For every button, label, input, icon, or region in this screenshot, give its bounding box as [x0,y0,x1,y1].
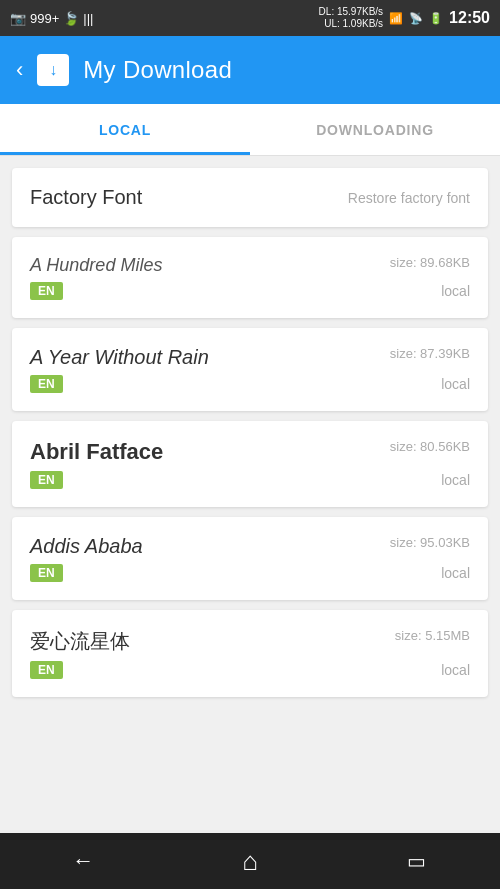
font-card-top-3: Addis Ababa size: 95.03KB [30,535,470,558]
font-name-3: Addis Ababa [30,535,143,558]
font-card-bottom-2: EN local [30,471,470,489]
ul-stat: UL: 1.09KB/s [324,18,383,30]
network-stats: DL: 15.97KB/s UL: 1.09KB/s [319,6,383,30]
font-size-1: size: 87.39KB [390,346,470,361]
nav-home-icon: ⌂ [242,846,258,877]
font-size-4: size: 5.15MB [395,628,470,643]
font-status-2: local [441,472,470,488]
app-icon: ↓ [37,54,69,86]
nav-recents-button[interactable]: ▭ [387,841,447,881]
signal-icon: 999+ [30,11,59,26]
download-icon: ↓ [49,61,57,79]
en-badge-1: EN [30,375,63,393]
font-card-1[interactable]: A Year Without Rain size: 87.39KB EN loc… [12,328,488,411]
wifi-icon: 📶 [389,12,403,25]
status-bar-left: 📷 999+ 🍃 ||| [10,11,93,26]
en-badge-0: EN [30,282,63,300]
restore-factory-link[interactable]: Restore factory font [348,190,470,206]
clock: 12:50 [449,9,490,27]
font-card-top-1: A Year Without Rain size: 87.39KB [30,346,470,369]
font-card-top-4: 爱心流星体 size: 5.15MB [30,628,470,655]
font-size-0: size: 89.68KB [390,255,470,270]
bars-icon: ||| [83,11,93,26]
font-status-4: local [441,662,470,678]
status-bar: 📷 999+ 🍃 ||| DL: 15.97KB/s UL: 1.09KB/s … [0,0,500,36]
page-title: My Download [83,56,232,84]
back-button[interactable]: ‹ [16,57,23,83]
nav-recents-icon: ▭ [407,849,426,873]
en-badge-4: EN [30,661,63,679]
content-area: Factory Font Restore factory font A Hund… [0,156,500,833]
font-card-0[interactable]: A Hundred Miles size: 89.68KB EN local [12,237,488,318]
signal-bars-icon: 📡 [409,12,423,25]
tab-local[interactable]: LOCAL [0,104,250,155]
font-card-3[interactable]: Addis Ababa size: 95.03KB EN local [12,517,488,600]
font-card-bottom-4: EN local [30,661,470,679]
font-status-3: local [441,565,470,581]
dl-stat: DL: 15.97KB/s [319,6,383,18]
font-size-2: size: 80.56KB [390,439,470,454]
font-status-1: local [441,376,470,392]
font-card-bottom-3: EN local [30,564,470,582]
font-name-1: A Year Without Rain [30,346,209,369]
nav-back-icon: ← [72,848,94,874]
font-card-4[interactable]: 爱心流星体 size: 5.15MB EN local [12,610,488,697]
font-card-top-0: A Hundred Miles size: 89.68KB [30,255,470,276]
factory-font-card[interactable]: Factory Font Restore factory font [12,168,488,227]
font-card-bottom-1: EN local [30,375,470,393]
leaf-icon: 🍃 [63,11,79,26]
font-size-3: size: 95.03KB [390,535,470,550]
font-name-4: 爱心流星体 [30,628,130,655]
font-card-top-2: Abril Fatface size: 80.56KB [30,439,470,465]
font-name-0: A Hundred Miles [30,255,162,276]
bottom-nav: ← ⌂ ▭ [0,833,500,889]
screenshot-icon: 📷 [10,11,26,26]
nav-home-button[interactable]: ⌂ [220,841,280,881]
font-card-2[interactable]: Abril Fatface size: 80.56KB EN local [12,421,488,507]
font-card-bottom-0: EN local [30,282,470,300]
factory-font-name: Factory Font [30,186,142,209]
tab-bar: LOCAL DOWNLOADING [0,104,500,156]
app-bar: ‹ ↓ My Download [0,36,500,104]
en-badge-2: EN [30,471,63,489]
font-name-2: Abril Fatface [30,439,163,465]
status-bar-right: DL: 15.97KB/s UL: 1.09KB/s 📶 📡 🔋 12:50 [319,6,490,30]
font-status-0: local [441,283,470,299]
tab-downloading[interactable]: DOWNLOADING [250,104,500,155]
en-badge-3: EN [30,564,63,582]
battery-icon: 🔋 [429,12,443,25]
nav-back-button[interactable]: ← [53,841,113,881]
